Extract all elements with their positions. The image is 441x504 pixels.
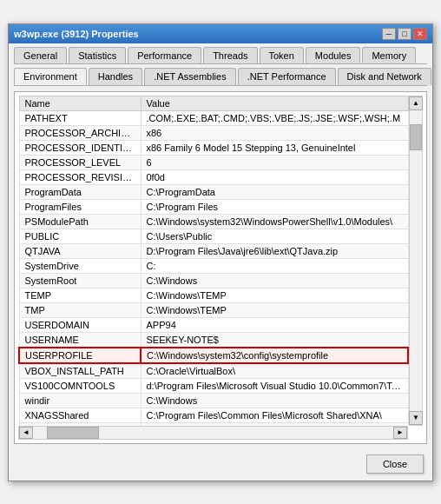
env-value: C:\Windows xyxy=(141,393,408,408)
env-name: PSModulePath xyxy=(19,214,141,229)
env-value: C:\Windows\TEMP xyxy=(141,302,408,317)
tabs-row2: Environment Handles .NET Assemblies .NET… xyxy=(9,64,432,85)
env-name: ProgramData xyxy=(19,184,141,199)
main-window: w3wp.exe (3912) Properties ─ □ ✕ General… xyxy=(8,23,433,481)
env-value: 0f0d xyxy=(141,169,408,184)
window-close-button[interactable]: ✕ xyxy=(413,28,427,40)
tab-threads[interactable]: Threads xyxy=(203,47,257,63)
env-name: VS100COMNTOOLS xyxy=(19,378,141,393)
table-row[interactable]: windirC:\Windows xyxy=(19,393,408,408)
env-value: .COM;.EXE;.BAT;.CMD;.VBS;.VBE;.JS;.JSE;.… xyxy=(141,110,408,125)
scrollbar-thumb[interactable] xyxy=(410,124,422,150)
col-header-name[interactable]: Name xyxy=(19,96,141,110)
env-value: C:\Windows xyxy=(141,273,408,288)
env-name: XNAGSShared xyxy=(19,408,141,422)
env-value: SEEKEY-NOTE$ xyxy=(141,332,408,348)
tab-memory[interactable]: Memory xyxy=(362,47,416,63)
env-value: C:\Program Files xyxy=(141,199,408,214)
env-value: x86 Family 6 Model 15 Stepping 13, Genui… xyxy=(141,140,408,155)
env-value: C:\Windows\system32\WindowsPowerShell\v1… xyxy=(141,214,408,229)
table-row[interactable]: QTJAVAD:\Program Files\Java\jre6\lib\ext… xyxy=(19,243,408,258)
tab-token[interactable]: Token xyxy=(260,47,304,63)
col-header-value[interactable]: Value xyxy=(141,96,408,110)
env-name: PROCESSOR_IDENTIFIER xyxy=(19,140,141,155)
env-name: VBOX_INSTALL_PATH xyxy=(19,363,141,379)
table-row[interactable]: TMPC:\Windows\TEMP xyxy=(19,302,408,317)
table-row[interactable]: PROCESSOR_ARCHITEC...x86 xyxy=(19,125,408,140)
env-value: APP94 xyxy=(141,317,408,332)
env-value: C: xyxy=(141,258,408,273)
env-name: TMP xyxy=(19,302,141,317)
env-name: TEMP xyxy=(19,288,141,302)
table-row[interactable]: USERPROFILEC:\Windows\system32\config\sy… xyxy=(19,348,408,363)
table-row[interactable]: SystemDriveC: xyxy=(19,258,408,273)
env-name: PROCESSOR_ARCHITEC... xyxy=(19,125,141,140)
env-name: QTJAVA xyxy=(19,243,141,258)
env-value: D:\Program Files\Java\jre6\lib\ext\QTJav… xyxy=(141,243,408,258)
scroll-left-button[interactable]: ◄ xyxy=(19,427,33,439)
tab-net-performance[interactable]: .NET Performance xyxy=(238,68,336,85)
env-name: USERNAME xyxy=(19,332,141,348)
tab-handles[interactable]: Handles xyxy=(89,68,142,85)
maximize-button[interactable]: □ xyxy=(398,28,411,40)
env-value: x86 xyxy=(141,125,408,140)
env-name: USERPROFILE xyxy=(19,348,141,363)
scroll-right-button[interactable]: ► xyxy=(393,427,407,439)
env-name: USERDOMAIN xyxy=(19,317,141,332)
env-value: C:\Windows\TEMP xyxy=(141,288,408,302)
scroll-down-button[interactable]: ▼ xyxy=(409,411,423,425)
env-value: C:\Program Files\Common Files\Microsoft … xyxy=(141,408,408,422)
tab-performance[interactable]: Performance xyxy=(128,47,201,63)
bottom-bar: Close xyxy=(9,449,432,481)
table-row[interactable]: USERDOMAINAPP94 xyxy=(19,317,408,332)
table-row[interactable]: VS100COMNTOOLSd:\Program Files\Microsoft… xyxy=(19,378,408,393)
tab-general[interactable]: General xyxy=(14,47,67,63)
table-row[interactable]: PROCESSOR_REVISION0f0d xyxy=(19,169,408,184)
table-row[interactable]: XNAGSSharedC:\Program Files\Common Files… xyxy=(19,408,408,422)
table-row[interactable]: XNAGSv4C:\Program Files\Microsoft XNA\XN… xyxy=(19,422,408,426)
table-row[interactable]: ProgramFilesC:\Program Files xyxy=(19,199,408,214)
table-row[interactable]: VBOX_INSTALL_PATHC:\Oracle\VirtualBox\ xyxy=(19,363,408,379)
minimize-button[interactable]: ─ xyxy=(382,28,396,40)
close-button[interactable]: Close xyxy=(366,454,424,474)
env-name: ProgramFiles xyxy=(19,199,141,214)
title-bar: w3wp.exe (3912) Properties ─ □ ✕ xyxy=(9,24,432,43)
env-name: PROCESSOR_REVISION xyxy=(19,169,141,184)
title-bar-buttons: ─ □ ✕ xyxy=(382,28,427,40)
env-value: C:\Users\Public xyxy=(141,229,408,243)
hscrollbar-thumb[interactable] xyxy=(47,427,99,439)
env-name: SystemDrive xyxy=(19,258,141,273)
tab-net-assemblies[interactable]: .NET Assemblies xyxy=(144,68,236,85)
env-value: C:\Oracle\VirtualBox\ xyxy=(141,363,408,379)
tabs-row1: General Statistics Performance Threads T… xyxy=(9,43,432,63)
scroll-up-button[interactable]: ▲ xyxy=(409,96,423,110)
env-value: C:\Windows\system32\config\systemprofile xyxy=(141,348,408,363)
table-row[interactable]: PROCESSOR_LEVEL6 xyxy=(19,155,408,169)
env-name: PUBLIC xyxy=(19,229,141,243)
table-row[interactable]: PUBLICC:\Users\Public xyxy=(19,229,408,243)
tab-modules[interactable]: Modules xyxy=(306,47,361,63)
tab-environment[interactable]: Environment xyxy=(14,68,87,85)
env-value: d:\Program Files\Microsoft Visual Studio… xyxy=(141,378,408,393)
vertical-scrollbar[interactable]: ▲ ▼ xyxy=(409,96,423,426)
env-value: C:\Program Files\Microsoft XNA\XNA Game … xyxy=(141,422,408,426)
table-row[interactable]: PROCESSOR_IDENTIFIERx86 Family 6 Model 1… xyxy=(19,140,408,155)
env-name: PATHEXT xyxy=(19,110,141,125)
env-value: C:\ProgramData xyxy=(141,184,408,199)
window-title: w3wp.exe (3912) Properties xyxy=(14,29,139,39)
env-name: XNAGSv4 xyxy=(19,422,141,426)
tab-disk-network[interactable]: Disk and Network xyxy=(338,68,431,85)
tab-statistics[interactable]: Statistics xyxy=(69,47,126,63)
env-name: windir xyxy=(19,393,141,408)
table-row[interactable]: ProgramDataC:\ProgramData xyxy=(19,184,408,199)
content-area: Name Value PATHEXT.COM;.EXE;.BAT;.CMD;.V… xyxy=(14,91,427,444)
table-row[interactable]: SystemRootC:\Windows xyxy=(19,273,408,288)
table-row[interactable]: PSModulePathC:\Windows\system32\WindowsP… xyxy=(19,214,408,229)
table-row[interactable]: PATHEXT.COM;.EXE;.BAT;.CMD;.VBS;.VBE;.JS… xyxy=(19,110,408,125)
environment-table: Name Value PATHEXT.COM;.EXE;.BAT;.CMD;.V… xyxy=(18,96,409,426)
table-row[interactable]: TEMPC:\Windows\TEMP xyxy=(19,288,408,302)
horizontal-scrollbar[interactable]: ◄ ► xyxy=(18,426,408,440)
env-value: 6 xyxy=(141,155,408,169)
table-scroll[interactable]: Name Value PATHEXT.COM;.EXE;.BAT;.CMD;.V… xyxy=(18,96,409,426)
table-row[interactable]: USERNAMESEEKEY-NOTE$ xyxy=(19,332,408,348)
